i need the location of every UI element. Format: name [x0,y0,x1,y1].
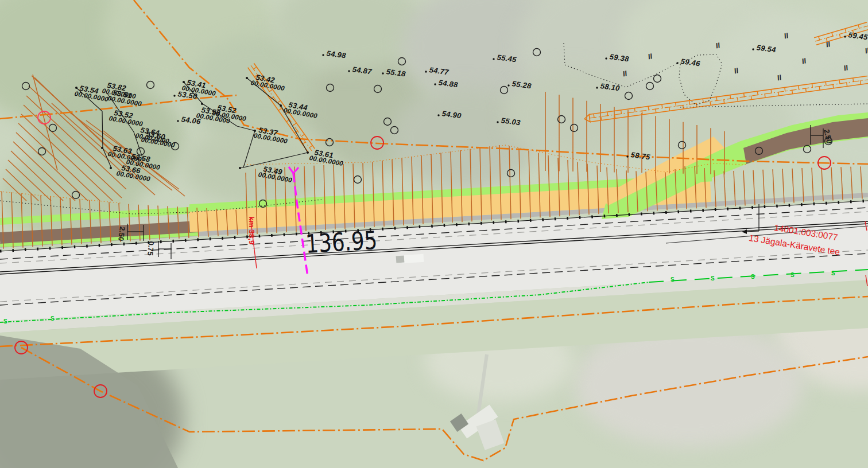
road-design-plan-viewport[interactable]: 136.95 km 38,9 14001:003:0077 13 Jägala-… [0,0,868,468]
cad-linework-layer [0,0,868,468]
